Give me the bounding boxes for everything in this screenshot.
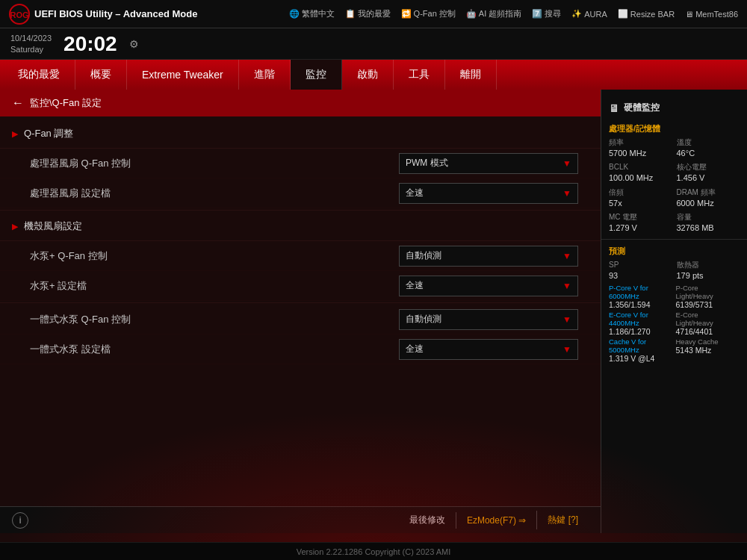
mcvolt-capacity-row: MC 電壓 1.279 V 容量 32768 MB <box>601 211 747 235</box>
aio-profile-select[interactable]: 全速 ▼ <box>399 339 578 360</box>
bottom-right: 最後修改 EzMode(F7) ⇒ 熱鍵 [?] <box>399 511 589 529</box>
nav-favorites[interactable]: 我的最愛 <box>0 60 75 90</box>
dram-freq-value: 6000 MHz <box>677 198 740 209</box>
memtest-btn[interactable]: 🖥 MemTest86 <box>685 10 738 19</box>
ecore-label-cell: E-Core V for 4400MHz 1.186/1.270 <box>609 311 673 336</box>
sidebar-title: 🖥 硬體監控 <box>601 97 747 119</box>
version-bar: Version 2.22.1286 Copyright (C) 2023 AMI <box>0 542 747 560</box>
heatsink-value: 179 pts <box>677 270 740 281</box>
back-button[interactable]: ← <box>12 96 24 110</box>
svg-text:ROG: ROG <box>10 10 28 19</box>
ez-mode-btn[interactable]: EzMode(F7) ⇒ <box>456 512 536 529</box>
aio-control-label: 一體式水泵 Q-Fan 控制 <box>30 313 399 326</box>
sp-value: 93 <box>609 270 672 281</box>
setting-row-pump-profile: 水泵+ 設定檔 全速 ▼ <box>0 271 601 301</box>
temp-cell: 溫度 46°C <box>677 137 740 159</box>
sp-heatsink-row: SP 93 散熱器 179 pts <box>601 258 747 283</box>
info-button[interactable]: i <box>12 512 28 529</box>
hotkey-icon: [?] <box>568 514 578 525</box>
nav-exit[interactable]: 離開 <box>445 60 497 90</box>
bottom-left: i <box>12 512 28 529</box>
resize-bar-btn[interactable]: ⬜ Resize BAR <box>618 9 675 19</box>
pcore-volt-value: 1.356/1.594 <box>609 300 673 309</box>
pcore-label-cell: P-Core V for 6000MHz 1.356/1.594 <box>609 284 673 309</box>
mc-volt-value: 1.279 V <box>609 223 672 234</box>
freq-temp-row: 頻率 5700 MHz 溫度 46°C <box>601 136 747 161</box>
pcore-light-heavy-label: P-CoreLight/Heavy <box>676 284 740 300</box>
content-wrapper: ← 監控\Q-Fan 設定 ▶ Q-Fan 調整 處理器風扇 Q-Fan 控制 … <box>0 90 747 533</box>
nav-advanced[interactable]: 進階 <box>239 60 291 90</box>
bios-logo: ROG UEFI BIOS Utility – Advanced Mode <box>9 4 197 25</box>
pcore-score-cell: P-CoreLight/Heavy 6139/5731 <box>676 284 740 309</box>
bclk-cell: BCLK 100.00 MHz <box>609 162 672 184</box>
ecore-label: E-Core V for 4400MHz <box>609 311 673 327</box>
last-modified-btn[interactable]: 最後修改 <box>399 511 456 529</box>
cpu-fan-profile-label: 處理器風扇 設定檔 <box>30 187 399 200</box>
mc-volt-cell: MC 電壓 1.279 V <box>609 212 672 234</box>
ecore-row: E-Core V for 4400MHz 1.186/1.270 E-CoreL… <box>601 310 747 337</box>
pump-profile-select[interactable]: 全速 ▼ <box>399 276 578 296</box>
version-text: Version 2.22.1286 Copyright (C) 2023 AMI <box>297 547 451 556</box>
cpu-mem-label: 處理器/記憶體 <box>601 119 747 136</box>
ratio-cell: 倍頻 57x <box>609 187 672 209</box>
sp-cell: SP 93 <box>609 260 672 281</box>
nav-tools[interactable]: 工具 <box>394 60 445 90</box>
main-panel: ← 監控\Q-Fan 設定 ▶ Q-Fan 調整 處理器風扇 Q-Fan 控制 … <box>0 90 601 533</box>
pump-control-value: 自動偵測 ▼ <box>399 246 578 267</box>
bottom-bar: i 最後修改 EzMode(F7) ⇒ 熱鍵 [?] <box>0 506 601 533</box>
select-arrow-icon: ▼ <box>562 158 571 169</box>
pump-control-select[interactable]: 自動偵測 ▼ <box>399 246 578 267</box>
cache-label-cell: Cache V for 5000MHz 1.319 V @L4 <box>609 337 673 363</box>
setting-row-cpu-fan-control: 處理器風扇 Q-Fan 控制 PWM 模式 ▼ <box>0 149 601 178</box>
breadcrumb-path: 監控\Q-Fan 設定 <box>30 96 102 110</box>
aio-control-select[interactable]: 自動偵測 ▼ <box>399 309 578 330</box>
section-qfan-adjust[interactable]: ▶ Q-Fan 調整 <box>0 119 601 149</box>
ratio-value: 57x <box>609 198 672 209</box>
search-btn[interactable]: 7️⃣ 搜尋 <box>532 8 561 19</box>
section-chassis-label: 機殼風扇設定 <box>24 220 82 233</box>
lang-btn[interactable]: 🌐 繁體中文 <box>289 8 335 19</box>
select-arrow-icon-6: ▼ <box>562 344 571 355</box>
section-chassis-fan[interactable]: ▶ 機殼風扇設定 <box>0 212 601 241</box>
ecore-score-cell: E-CoreLight/Heavy 4716/4401 <box>676 311 740 336</box>
temp-label: 溫度 <box>677 137 740 148</box>
nav-monitor[interactable]: 監控 <box>291 60 342 90</box>
aura-btn[interactable]: ✨ AURA <box>571 9 607 19</box>
nav-extreme-tweaker[interactable]: Extreme Tweaker <box>127 60 239 90</box>
ez-mode-icon: ⇒ <box>518 515 526 526</box>
ratio-label: 倍頻 <box>609 187 672 198</box>
breadcrumb: ← 監控\Q-Fan 設定 <box>0 90 601 116</box>
pump-control-label: 水泵+ Q-Fan 控制 <box>30 249 399 263</box>
time-display: 20:02 <box>63 32 117 56</box>
clock-settings-icon[interactable]: ⚙ <box>129 38 139 50</box>
nav-overview[interactable]: 概要 <box>75 60 127 90</box>
cpu-fan-control-select[interactable]: PWM 模式 ▼ <box>399 153 578 174</box>
section-qfan-label: Q-Fan 調整 <box>24 127 73 140</box>
cpu-fan-profile-value: 全速 ▼ <box>399 183 578 204</box>
clock-bar: 10/14/2023 Saturday 20:02 ⚙ <box>0 28 747 60</box>
right-sidebar: 🖥 硬體監控 處理器/記憶體 頻率 5700 MHz 溫度 46°C BCLK … <box>601 90 747 533</box>
cache-row: Cache V for 5000MHz 1.319 V @L4 Heavy Ca… <box>601 337 747 364</box>
setting-row-cpu-fan-profile: 處理器風扇 設定檔 全速 ▼ <box>0 178 601 208</box>
aio-profile-value: 全速 ▼ <box>399 339 578 360</box>
nav-boot[interactable]: 啟動 <box>342 60 394 90</box>
ecore-volt-value: 1.186/1.270 <box>609 327 673 336</box>
select-arrow-icon-3: ▼ <box>562 251 571 261</box>
cache-score-cell: Heavy Cache 5143 MHz <box>676 337 740 363</box>
cpu-fan-profile-select[interactable]: 全速 ▼ <box>399 183 578 204</box>
qfan-btn[interactable]: 🔁 Q-Fan 控制 <box>401 8 456 19</box>
hotkey-btn[interactable]: 熱鍵 [?] <box>536 511 589 529</box>
cpu-fan-control-value: PWM 模式 ▼ <box>399 153 578 174</box>
heatsink-label: 散熱器 <box>677 260 740 270</box>
setting-row-aio-control: 一體式水泵 Q-Fan 控制 自動偵測 ▼ <box>0 305 601 335</box>
bios-title: UEFI BIOS Utility – Advanced Mode <box>34 8 197 19</box>
sp-label: SP <box>609 260 672 270</box>
favorites-btn[interactable]: 📋 我的最愛 <box>345 8 391 19</box>
select-arrow-icon-5: ▼ <box>562 314 571 325</box>
pcore-row: P-Core V for 6000MHz 1.356/1.594 P-CoreL… <box>601 283 747 310</box>
pump-profile-label: 水泵+ 設定檔 <box>30 279 399 293</box>
freq-cell: 頻率 5700 MHz <box>609 137 672 159</box>
ecore-light-heavy-label: E-CoreLight/Heavy <box>676 311 740 327</box>
main-nav: 我的最愛 概要 Extreme Tweaker 進階 監控 啟動 工具 離開 <box>0 60 747 90</box>
ai-btn[interactable]: 🤖 AI 超頻指南 <box>466 8 521 19</box>
